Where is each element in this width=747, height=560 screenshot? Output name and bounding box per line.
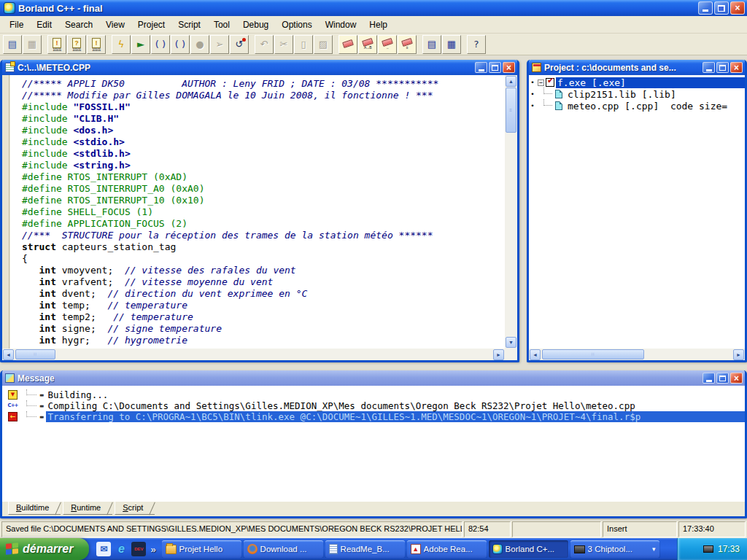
breakpoint-button[interactable]: ● — [190, 35, 209, 54]
find-matching-brace-button[interactable]: ( ) — [151, 35, 170, 54]
restore-button[interactable] — [714, 1, 729, 15]
context-help-button[interactable]: ? — [467, 35, 486, 54]
code-area[interactable]: //***** APPLI DK50 AUTHOR : Leny FRID ; … — [10, 75, 505, 349]
project-icon — [532, 63, 541, 72]
editor-horizontal-scrollbar[interactable]: ◄ ⦙⦙ ► — [2, 349, 505, 360]
compile-unit-button[interactable]: !10101 — [47, 35, 66, 54]
menu-item-help[interactable]: Help — [363, 18, 394, 32]
scroll-up-button[interactable]: ▲ — [506, 76, 516, 87]
undo-button[interactable]: ↶ — [255, 35, 274, 54]
run-button[interactable]: ► — [131, 35, 150, 54]
message-close-button[interactable]: × — [730, 373, 743, 384]
replace-button[interactable]: A→B — [358, 35, 377, 54]
menu-item-edit[interactable]: Edit — [30, 18, 58, 32]
project-item-f-exe[interactable]: •−✔f.exe [.exe] — [529, 77, 745, 88]
debug-reset-button[interactable]: ↺ — [230, 35, 249, 54]
menu-item-debug[interactable]: Debug — [236, 18, 275, 32]
expander-icon[interactable]: − — [538, 79, 544, 86]
tray-device-icon[interactable] — [703, 545, 713, 553]
project-window-button[interactable]: ▦ — [442, 35, 461, 54]
project-tree[interactable]: •−✔f.exe [.exe]•clip2151.lib [.lib]•mete… — [529, 75, 745, 349]
maximize-icon — [719, 65, 726, 71]
taskbar-button-readme-b[interactable]: ReadMe_B... — [325, 540, 405, 558]
maximize-icon — [719, 376, 726, 381]
outlook-express-icon[interactable]: ✉ — [96, 542, 111, 556]
close-button[interactable]: × — [730, 1, 745, 15]
project-maximize-button[interactable] — [716, 62, 729, 73]
message-window-button[interactable]: ▤ — [422, 35, 441, 54]
message-titlebar[interactable]: Message × — [2, 370, 745, 386]
message-row[interactable]: C++▪▪Compiling C:\Documents and Settings… — [2, 400, 745, 411]
scroll-down-button[interactable]: ▼ — [506, 337, 516, 348]
main-toolbar: ▤▦!10101?10101!10101ϟ►( )( )●➢↺↶✂▯▨A→B..… — [0, 34, 747, 55]
inspect-button[interactable]: ➢ — [210, 35, 229, 54]
start-button[interactable]: démarrer — [0, 538, 89, 560]
goto-matching-brace-button[interactable]: ( ) — [171, 35, 190, 54]
editor-close-button[interactable]: × — [503, 62, 515, 73]
project-titlebar[interactable]: Project : c:\documents and se... × — [529, 60, 745, 75]
tab-buildtime[interactable]: Buildtime — [8, 502, 61, 515]
message-list[interactable]: ▼▪▪Building...C++▪▪Compiling C:\Document… — [2, 386, 745, 501]
build-unit-button[interactable]: !10101 — [87, 35, 106, 54]
menu-item-search[interactable]: Search — [58, 18, 99, 32]
save-file-button[interactable]: ▦ — [23, 35, 42, 54]
vertical-scroll-thumb[interactable]: ≡ — [506, 88, 516, 133]
paste-button[interactable]: ▨ — [314, 35, 333, 54]
editor-maximize-button[interactable] — [489, 62, 501, 73]
scroll-right-button[interactable]: ► — [493, 349, 504, 360]
make-unit-button[interactable]: ?10101 — [67, 35, 86, 54]
taskbar-button-3-chiptool[interactable]: 3 Chiptool...▾ — [570, 540, 659, 558]
taskbar-button-projet-hello[interactable]: Projet Hello — [162, 540, 241, 558]
project-minimize-button[interactable] — [703, 62, 715, 73]
borland-icon — [492, 544, 503, 554]
node-checkbox-icon[interactable]: ✔ — [546, 78, 554, 87]
message-row[interactable]: ←▪▪Transferring to C:\PROGRA~1\BC5\BIN\t… — [2, 411, 745, 422]
project-close-button[interactable]: × — [730, 62, 743, 73]
dev-icon[interactable]: DEV — [131, 542, 146, 556]
make-project-button[interactable]: ϟ — [112, 35, 131, 54]
compile-icon: C++ — [8, 401, 18, 411]
message-maximize-button[interactable] — [716, 373, 729, 384]
editor-minimize-button[interactable] — [475, 62, 487, 73]
search-button[interactable] — [338, 35, 357, 54]
message-row[interactable]: ▼▪▪Building... — [2, 389, 745, 400]
taskbar-button-download[interactable]: Download ... — [244, 540, 323, 558]
quick-launch-overflow-chevron[interactable]: » — [150, 544, 155, 555]
search-again-button-glyph — [382, 38, 393, 47]
project-horizontal-scrollbar[interactable]: ◄ ⦙⦙ ► — [529, 349, 745, 360]
menu-item-file[interactable]: File — [3, 18, 30, 32]
scroll-left-button[interactable]: ◄ — [3, 349, 14, 360]
internet-explorer-icon[interactable]: e — [114, 542, 128, 556]
search-again-button[interactable]: ... — [378, 35, 397, 54]
editor-titlebar[interactable]: C:\...\METEO.CPP × — [2, 60, 517, 75]
cut-button[interactable]: ✂ — [274, 35, 293, 54]
project-item-meteo-cpp[interactable]: •meteo.cpp [.cpp] code size= — [529, 100, 745, 112]
taskbar-button-adobe-rea[interactable]: ▲Adobe Rea... — [407, 540, 487, 558]
message-minimize-button[interactable] — [703, 373, 715, 384]
menu-item-tool[interactable]: Tool — [207, 18, 236, 32]
menu-item-options[interactable]: Options — [275, 18, 318, 32]
editor-vertical-scrollbar[interactable]: ▲ ≡ ▼ — [505, 75, 517, 349]
message-title: Message — [18, 373, 55, 384]
taskbar-button-borland-c[interactable]: Borland C+... — [489, 540, 568, 558]
scroll-right-button[interactable]: ► — [733, 349, 744, 360]
horizontal-scroll-thumb[interactable]: ⦙⦙ — [542, 349, 644, 359]
copy-button[interactable]: ▯ — [294, 35, 313, 54]
code-line: #define RTOS_INTERRUPT_10 (0x10) — [22, 195, 505, 206]
folder-icon — [166, 545, 177, 554]
scroll-track[interactable] — [505, 133, 517, 336]
browse-symbol-button[interactable]: ≡ — [398, 35, 417, 54]
tab-runtime[interactable]: Runtime — [63, 502, 112, 515]
scroll-left-button[interactable]: ◄ — [530, 349, 541, 360]
minimize-button[interactable] — [698, 1, 713, 15]
horizontal-scroll-thumb[interactable]: ⦙⦙ — [15, 349, 55, 359]
menu-item-window[interactable]: Window — [319, 18, 363, 32]
node-bullet-icon: • — [529, 102, 536, 109]
project-item-clip2151-lib[interactable]: •clip2151.lib [.lib] — [529, 88, 745, 100]
menu-item-script[interactable]: Script — [171, 18, 207, 32]
open-file-button[interactable]: ▤ — [3, 35, 22, 54]
tab-script[interactable]: Script — [115, 502, 155, 515]
menu-item-project[interactable]: Project — [131, 18, 171, 32]
file-node-icon — [555, 90, 562, 98]
menu-item-view[interactable]: View — [99, 18, 131, 32]
